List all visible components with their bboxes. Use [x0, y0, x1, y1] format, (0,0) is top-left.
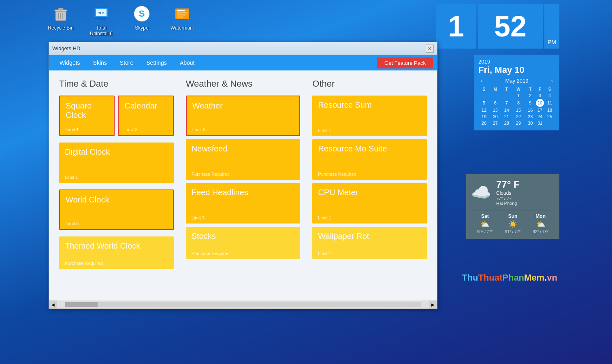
watermark-phan: Phan [502, 272, 524, 283]
cal-day[interactable]: 1 [512, 92, 525, 99]
menu-settings[interactable]: Settings [140, 57, 173, 68]
cal-day[interactable]: 21 [501, 113, 512, 120]
menu-skins[interactable]: Skins [87, 57, 113, 68]
skype-icon[interactable]: S Skype [126, 4, 158, 36]
forecast-sat-icon: ⛅ [477, 220, 493, 229]
newsfeed-tile[interactable]: Newsfeed Purchase Required [186, 139, 301, 180]
cal-day[interactable]: 8 [512, 99, 525, 107]
cal-day[interactable]: 31 [536, 120, 544, 126]
menu-about[interactable]: About [173, 57, 201, 68]
scroll-right-arrow[interactable]: ▶ [429, 300, 437, 309]
total-uninstall-icon[interactable]: TU6 Total Uninstall 6 [85, 4, 117, 36]
cal-day-t1: T [501, 86, 512, 92]
weather-cloud-icon: ☁️ [471, 183, 491, 202]
watermark-icon[interactable]: Watermark [166, 4, 198, 36]
digital-clock-name: Digital Clock [65, 147, 168, 157]
cal-day[interactable]: 29 [512, 120, 525, 126]
cal-day[interactable]: 2 [525, 92, 536, 99]
cal-day [478, 92, 490, 99]
cal-day[interactable]: 7 [501, 99, 512, 107]
world-clock-tile[interactable]: World Clock Limit 5 [59, 189, 174, 230]
resource-mo-tile[interactable]: Resource Mo Suite Purchase Required [312, 139, 427, 180]
window-close-btn[interactable]: ✕ [426, 45, 434, 53]
watermark-thuat: Thuat [478, 272, 502, 283]
weather-news-title: Weather & News [186, 79, 301, 89]
feed-headlines-tile[interactable]: Feed Headlines Limit 3 [186, 183, 301, 224]
cal-day[interactable]: 14 [501, 107, 512, 113]
cal-day[interactable]: 15 [512, 107, 525, 113]
resource-mo-tile-limit: Purchase Required [318, 172, 356, 177]
cal-nav: ‹ May 2019 › [478, 78, 555, 84]
digital-clock-tile[interactable]: Digital Clock Limit 1 [59, 143, 174, 183]
recycle-bin-icon[interactable]: Recycle Bin [45, 4, 77, 36]
cal-next-btn[interactable]: › [549, 78, 555, 84]
scrollbar-thumb[interactable] [65, 302, 98, 307]
window-scrollbar[interactable]: ◀ ▶ [49, 300, 437, 309]
cal-day[interactable]: 25 [544, 113, 555, 120]
cal-date: Fri, May 10 [478, 65, 555, 75]
cal-day[interactable]: 24 [536, 113, 544, 120]
forecast-sun-range: 91° / 77° [505, 230, 521, 234]
cal-day[interactable]: 23 [525, 113, 536, 120]
cal-year: 2019 [478, 59, 555, 65]
weather-range: 77° / 77° [496, 196, 520, 201]
calendar-widget: 2019 Fri, May 10 ‹ May 2019 › S M T W T … [474, 55, 559, 130]
cal-prev-btn[interactable]: ‹ [478, 78, 485, 84]
clock-hour: 1 [436, 4, 476, 49]
cal-day[interactable]: 16 [525, 107, 536, 113]
cal-day[interactable]: 22 [512, 113, 525, 120]
wallpaper-rot-tile[interactable]: Wallpaper Rot Limit 1 [312, 227, 427, 259]
svg-rect-9 [98, 19, 105, 20]
digital-clock-limit: Limit 1 [65, 175, 78, 180]
svg-text:S: S [139, 9, 145, 19]
resource-sum-tile[interactable]: Resource Sum Limit 1 [312, 96, 427, 136]
cal-day[interactable]: 18 [544, 107, 555, 113]
cal-day[interactable]: 20 [490, 113, 501, 120]
wallpaper-rot-tile-name: Wallpaper Rot [318, 232, 421, 241]
cal-day-s2: S [544, 86, 555, 92]
time-date-column: Time & Date Square Clock Limit 1 Calenda… [59, 79, 174, 272]
widgets-window: Widgets HD ✕ Widgets Skins Store Setting… [49, 42, 437, 309]
square-clock-tile[interactable]: Square Clock Limit 1 [59, 96, 115, 136]
cal-day[interactable]: 17 [536, 107, 544, 113]
cal-day[interactable]: 26 [478, 120, 490, 126]
recycle-bin-svg [52, 5, 69, 22]
cal-day[interactable]: 30 [525, 120, 536, 126]
scrollbar-track[interactable] [65, 302, 421, 307]
cal-day[interactable]: 5 [478, 99, 490, 107]
cal-day[interactable]: 19 [478, 113, 490, 120]
cal-day[interactable]: 13 [490, 107, 501, 113]
cal-day[interactable]: 10 [536, 99, 544, 107]
cal-day[interactable]: 9 [525, 99, 536, 107]
cal-day[interactable]: 6 [490, 99, 501, 107]
skype-svg: S [133, 5, 150, 22]
cal-day[interactable]: 4 [544, 92, 555, 99]
window-title: Widgets HD [52, 45, 426, 51]
cal-day[interactable]: 3 [536, 92, 544, 99]
window-titlebar: Widgets HD ✕ [49, 42, 437, 55]
cpu-meter-tile[interactable]: CPU Meter Limit 1 [312, 183, 427, 224]
svg-rect-17 [177, 17, 183, 17]
svg-rect-8 [95, 17, 107, 19]
get-feature-btn[interactable]: Get Feature Pack [377, 57, 433, 68]
weather-tile[interactable]: Weather Limit 5 [186, 96, 301, 136]
other-column: Other Resource Sum Limit 1 Resource Mo S… [312, 79, 427, 272]
cal-day[interactable]: 28 [501, 120, 512, 126]
forecast-sat-range: 90° / 77° [477, 230, 493, 234]
forecast-sat: Sat ⛅ 90° / 77° [477, 213, 493, 234]
forecast-mon-range: 92° / 78° [533, 230, 548, 234]
svg-rect-14 [177, 10, 185, 11]
cal-day[interactable]: 11 [544, 99, 555, 107]
menu-store[interactable]: Store [113, 57, 140, 68]
cal-day[interactable]: 27 [490, 120, 501, 126]
stocks-tile-limit: Purchase Required [192, 251, 230, 256]
themed-world-clock-name: Themed World Clock [65, 241, 168, 251]
scroll-left-arrow[interactable]: ◀ [49, 300, 57, 309]
stocks-tile[interactable]: Stocks Purchase Required [186, 227, 301, 259]
menu-widgets[interactable]: Widgets [53, 57, 87, 68]
themed-world-clock-tile[interactable]: Themed World Clock Purchase Required [59, 236, 174, 269]
cpu-meter-tile-name: CPU Meter [318, 188, 421, 197]
svg-text:TU6: TU6 [98, 11, 104, 15]
cal-day[interactable]: 12 [478, 107, 490, 113]
calendar-tile[interactable]: Calendar Limit 3 [118, 96, 173, 136]
